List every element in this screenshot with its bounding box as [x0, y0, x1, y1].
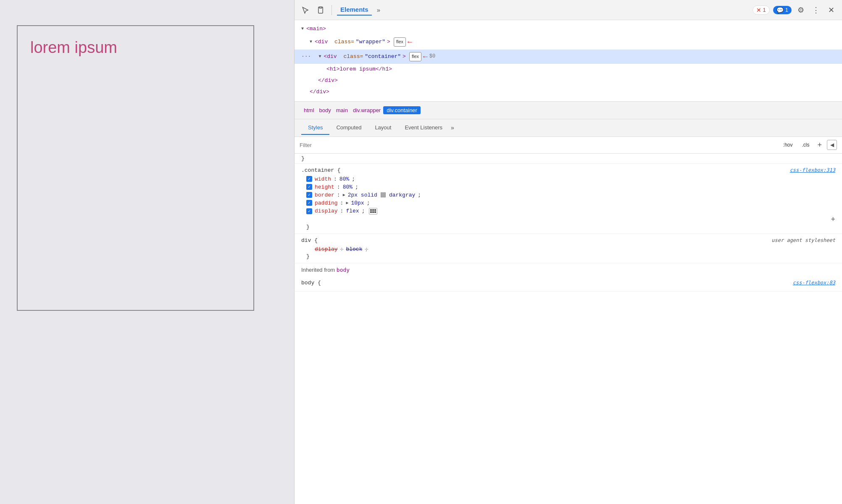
- dom-attr-class2: class=: [343, 52, 363, 61]
- dom-line-close-container[interactable]: </div>: [295, 75, 842, 87]
- container-rule-header: .container { css-flexbox:313: [301, 167, 835, 173]
- padding-checkbox[interactable]: [306, 200, 312, 206]
- css-prop-border: border : ▶ 2px solid darkgray ;: [301, 191, 835, 199]
- inherited-from-label: Inherited from: [301, 267, 337, 273]
- cls-btn[interactable]: .cls: [799, 141, 812, 149]
- div-ua-source: user agent stylesheet: [771, 237, 835, 243]
- main-triangle: ▼: [301, 26, 304, 32]
- div-ua-selector[interactable]: div {: [301, 237, 318, 244]
- body-selector[interactable]: body {: [301, 280, 321, 286]
- error-badge[interactable]: ✕ 1: [753, 5, 770, 15]
- info-count: 1: [785, 7, 788, 13]
- border-prop-name[interactable]: border: [315, 192, 334, 198]
- container-triangle: ▼: [318, 53, 321, 60]
- border-prop-value[interactable]: 2px solid: [348, 192, 377, 198]
- h1-tag: <h1>lorem ipsum</h1>: [326, 65, 392, 74]
- wrapper-triangle: ▼: [310, 39, 312, 45]
- dom-line-wrapper[interactable]: ▼ <div class="wrapper" > flex ←: [295, 35, 842, 50]
- inspect-icon[interactable]: [300, 4, 311, 16]
- close-main-div-tag: </div>: [310, 88, 329, 97]
- dom-line-h1[interactable]: <h1>lorem ipsum</h1>: [295, 64, 842, 75]
- breadcrumb-wrapper[interactable]: div.wrapper: [350, 106, 383, 114]
- close-div-tag: </div>: [318, 76, 338, 85]
- error-icon: ✕: [756, 7, 761, 13]
- padding-prop-value[interactable]: 10px: [351, 200, 364, 206]
- body-source[interactable]: css-flexbox:83: [793, 280, 835, 286]
- info-badge[interactable]: 💬 1: [773, 6, 792, 14]
- tab-computed[interactable]: Computed: [329, 121, 368, 135]
- close-devtools-icon[interactable]: ✕: [825, 4, 837, 16]
- devtools-panel: Elements » ✕ 1 💬 1 ⚙ ⋮ ✕ ▼ <main> ▼ <div…: [294, 0, 842, 504]
- breadcrumb-body[interactable]: body: [317, 106, 334, 114]
- display-checkbox[interactable]: [306, 208, 312, 214]
- display-ua-prop-name: display: [315, 246, 338, 252]
- filter-input[interactable]: [300, 142, 777, 148]
- css-prop-width: width : 80% ;: [301, 175, 835, 183]
- dom-line-main[interactable]: ▼ <main>: [295, 24, 842, 35]
- tab-styles[interactable]: Styles: [301, 121, 329, 135]
- tab-elements[interactable]: Elements: [337, 4, 372, 16]
- tab-layout[interactable]: Layout: [368, 121, 398, 135]
- body-rule-header: body { css-flexbox:83: [301, 280, 835, 286]
- inherited-header: Inherited from body: [295, 263, 842, 276]
- border-color-value[interactable]: darkgray: [389, 192, 415, 198]
- css-prop-display: display : flex ;: [301, 207, 835, 215]
- inherited-from-element[interactable]: body: [337, 267, 350, 273]
- webpage-preview: lorem ipsum: [0, 0, 294, 504]
- width-prop-value[interactable]: 80%: [339, 176, 349, 182]
- breadcrumb-bar: html body main div.wrapper div.container: [295, 102, 842, 119]
- tab-more-btn[interactable]: »: [449, 121, 456, 134]
- settings-icon[interactable]: ⚙: [795, 4, 807, 16]
- svg-rect-1: [319, 7, 322, 8]
- container-selector[interactable]: .container {: [301, 167, 341, 173]
- css-prop-display-ua: display : block ;: [301, 245, 835, 253]
- container-source[interactable]: css-flexbox:313: [790, 167, 835, 173]
- breadcrumb-main[interactable]: main: [334, 106, 350, 114]
- height-prop-value[interactable]: 80%: [343, 184, 353, 190]
- dollar-zero: $0: [429, 52, 435, 60]
- dom-line-container[interactable]: ··· ▼ <div class="container" > flex ← $0: [295, 50, 842, 64]
- wrapper-arrow: ←: [408, 36, 412, 48]
- height-prop-name[interactable]: height: [315, 184, 334, 190]
- dom-attr-wrapper: "wrapper": [356, 38, 385, 47]
- styles-tabs: Styles Computed Layout Event Listeners »: [295, 119, 842, 137]
- devtools-toolbar: Elements » ✕ 1 💬 1 ⚙ ⋮ ✕: [295, 0, 842, 20]
- more-options-icon[interactable]: ⋮: [810, 4, 822, 16]
- container-rule-block: .container { css-flexbox:313 width : 80%…: [295, 164, 842, 234]
- container-box: lorem ipsum: [17, 25, 254, 311]
- width-prop-name[interactable]: width: [315, 176, 331, 182]
- tab-event-listeners[interactable]: Event Listeners: [398, 121, 449, 135]
- dom-tag-container-open: <div: [324, 52, 337, 61]
- wrapper-flex-badge[interactable]: flex: [394, 37, 406, 47]
- device-icon[interactable]: [315, 4, 326, 16]
- div-ua-close-brace: }: [301, 253, 835, 260]
- border-checkbox[interactable]: [306, 192, 312, 198]
- info-icon: 💬: [776, 7, 784, 13]
- css-prop-height: height : 80% ;: [301, 183, 835, 191]
- display-prop-value[interactable]: flex: [346, 208, 359, 214]
- body-rule-block: body { css-flexbox:83: [295, 276, 842, 291]
- dom-attr-container: "container": [365, 52, 401, 61]
- add-rule-btn[interactable]: +: [816, 141, 824, 150]
- toggle-light-btn[interactable]: ◀: [827, 140, 837, 150]
- breadcrumb-html[interactable]: html: [301, 106, 317, 114]
- error-count: 1: [763, 7, 766, 13]
- flex-layout-icon[interactable]: [369, 208, 377, 215]
- border-triangle[interactable]: ▶: [343, 192, 345, 197]
- width-checkbox[interactable]: [306, 176, 312, 182]
- padding-triangle[interactable]: ▶: [346, 200, 348, 205]
- hov-btn[interactable]: :hov: [780, 141, 796, 149]
- dom-line-close-wrapper[interactable]: </div>: [295, 87, 842, 98]
- darkgray-swatch[interactable]: [381, 192, 386, 197]
- display-prop-name[interactable]: display: [315, 208, 338, 214]
- div-ua-rule-header: div { user agent stylesheet: [301, 237, 835, 244]
- breadcrumb-container[interactable]: div.container: [383, 106, 421, 114]
- container-close-brace: }: [301, 224, 835, 230]
- add-property-btn[interactable]: +: [831, 215, 835, 224]
- dom-tag-wrapper-open: <div: [315, 38, 328, 47]
- container-flex-badge[interactable]: flex: [409, 52, 421, 61]
- padding-prop-name[interactable]: padding: [315, 200, 338, 206]
- filter-bar: :hov .cls + ◀: [295, 137, 842, 154]
- height-checkbox[interactable]: [306, 184, 312, 190]
- tab-more[interactable]: »: [375, 5, 382, 15]
